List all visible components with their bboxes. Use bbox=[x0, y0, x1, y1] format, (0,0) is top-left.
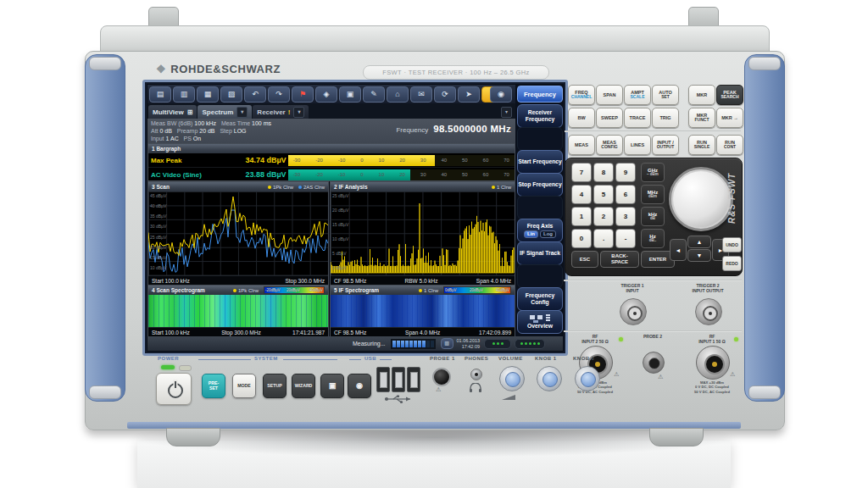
meas-key[interactable]: MEAS bbox=[568, 135, 595, 155]
run-single-key[interactable]: RUNSINGLE bbox=[688, 135, 715, 155]
preset-key[interactable]: PRE-SET bbox=[202, 374, 225, 398]
rf-input1-connector[interactable] bbox=[696, 346, 730, 380]
trig-key[interactable]: TRIG bbox=[652, 108, 679, 128]
trace-key[interactable]: TRACE bbox=[624, 108, 651, 128]
softkey-receiver-frequency[interactable]: Receiver Frequency bbox=[517, 104, 563, 128]
rack-handle-left[interactable] bbox=[85, 54, 125, 402]
mhz-unit-key[interactable]: MHzdBm bbox=[641, 185, 665, 204]
power-button[interactable] bbox=[156, 373, 192, 405]
mkr-to-key[interactable]: MKR → bbox=[716, 108, 743, 128]
status-indicator[interactable] bbox=[484, 339, 511, 349]
undo-key[interactable]: UNDO bbox=[722, 237, 742, 252]
open-icon[interactable]: ▥ bbox=[173, 86, 195, 103]
redo-icon[interactable]: ↷ bbox=[268, 86, 290, 103]
phones-jack[interactable] bbox=[470, 369, 482, 380]
rack-handle-right[interactable] bbox=[744, 54, 785, 402]
pointer-icon[interactable]: ➤ bbox=[458, 86, 480, 103]
hz-unit-key[interactable]: HzdB.. bbox=[641, 229, 665, 248]
backspace-key[interactable]: BACK-SPACE bbox=[600, 251, 639, 268]
marker-icon[interactable]: ⚑ bbox=[292, 86, 314, 103]
setup-key[interactable]: SETUP bbox=[263, 374, 287, 398]
peak-search-key[interactable]: PEAKSEARCH bbox=[716, 85, 743, 105]
chevron-down-icon[interactable]: ▾ bbox=[236, 107, 248, 118]
digit-1-key[interactable]: 1 bbox=[571, 207, 592, 226]
meas-config-key[interactable]: MEASCONFIG bbox=[596, 135, 623, 155]
probe2-connector[interactable] bbox=[643, 352, 665, 374]
digit-2-key[interactable]: 2 bbox=[593, 207, 614, 226]
save-icon[interactable]: ▦ bbox=[197, 86, 219, 103]
digit-3-key[interactable]: 3 bbox=[615, 207, 636, 226]
delta-marker-icon[interactable]: ◈ bbox=[315, 86, 337, 103]
refresh-icon[interactable]: ⟳ bbox=[434, 86, 456, 103]
khz-unit-key[interactable]: kHzdB bbox=[641, 207, 665, 226]
knob1[interactable] bbox=[537, 366, 562, 391]
screenshot-key[interactable]: ◉ bbox=[348, 374, 371, 398]
usb-port[interactable] bbox=[392, 367, 405, 392]
decimal-key[interactable]: . bbox=[593, 229, 614, 248]
input-output-key[interactable]: INPUT /OUTPUT bbox=[652, 135, 679, 155]
softkey-start-frequency[interactable]: Start Frequency bbox=[517, 150, 563, 174]
if-analysis-chart[interactable]: 25 dBµV20 dBµV15 dBµV10 dBµV5 dBµV0 dBµV bbox=[331, 191, 515, 275]
sweep-key[interactable]: SWEEP bbox=[596, 108, 623, 128]
undo-icon[interactable]: ↶ bbox=[244, 86, 266, 103]
tab-overflow-button[interactable]: ▾ bbox=[501, 107, 512, 118]
run-cont-key[interactable]: RUNCONT bbox=[716, 135, 743, 155]
freq-channel-key[interactable]: FREQCHANNEL bbox=[568, 85, 595, 105]
trigger2-connector[interactable] bbox=[695, 298, 722, 325]
tab-receiver[interactable]: Receiver ! ▾ bbox=[253, 105, 309, 119]
rotary-knob[interactable] bbox=[669, 167, 733, 231]
warning-icon: ⚠ bbox=[730, 371, 735, 378]
digit-9-key[interactable]: 9 bbox=[615, 163, 636, 182]
probe1-connector[interactable] bbox=[432, 368, 451, 386]
if-spectrogram[interactable] bbox=[331, 295, 515, 327]
wizard-key[interactable]: WIZARD bbox=[292, 374, 315, 398]
trigger1-connector[interactable] bbox=[620, 298, 647, 325]
knob2[interactable] bbox=[575, 366, 600, 391]
ampt-scale-key[interactable]: AMPTSCALE bbox=[624, 85, 651, 105]
lines-key[interactable]: LINES bbox=[624, 135, 651, 155]
arrow-up-key[interactable]: ▲ bbox=[687, 236, 711, 248]
scan-spectrogram[interactable] bbox=[148, 295, 328, 327]
mail-icon[interactable]: ✉ bbox=[410, 86, 432, 103]
mkr-key[interactable]: MKR bbox=[688, 85, 715, 105]
softkey-stop-frequency[interactable]: Stop Frequency bbox=[517, 173, 563, 197]
tab-spectrum[interactable]: Spectrum ▾ bbox=[198, 105, 252, 119]
usb-port[interactable] bbox=[407, 367, 420, 392]
lin-toggle[interactable]: Lin bbox=[524, 230, 538, 238]
mkr-funct-key[interactable]: MKRFUNCT bbox=[688, 108, 715, 128]
tab-multiview[interactable]: MultiView ⊞ bbox=[148, 105, 197, 119]
status-indicator[interactable] bbox=[515, 339, 545, 349]
span-key[interactable]: SPAN bbox=[596, 85, 623, 105]
folder-icon[interactable]: ▤ bbox=[149, 86, 171, 103]
ghz-unit-key[interactable]: GHz– dBm bbox=[641, 163, 665, 182]
minus-key[interactable]: - bbox=[615, 229, 636, 248]
digit-8-key[interactable]: 8 bbox=[593, 163, 614, 182]
digit-0-key[interactable]: 0 bbox=[571, 229, 592, 248]
arrow-down-key[interactable]: ▼ bbox=[687, 249, 711, 262]
digit-6-key[interactable]: 6 bbox=[615, 185, 636, 204]
redo-key[interactable]: REDO bbox=[722, 256, 742, 271]
esc-key[interactable]: ESC bbox=[571, 251, 598, 268]
auto-set-key[interactable]: AUTOSET bbox=[652, 85, 679, 105]
softkey-frequency-config[interactable]: Frequency Config bbox=[517, 287, 563, 311]
softkey-freq-axis[interactable]: Freq Axis Lin Log bbox=[517, 219, 563, 242]
bw-key[interactable]: BW bbox=[568, 108, 595, 128]
report-icon[interactable]: ▣ bbox=[339, 86, 361, 103]
print-icon[interactable]: ▨ bbox=[220, 86, 242, 103]
softkey-if-signal-track[interactable]: IF Signal Track bbox=[517, 241, 563, 265]
scan-chart[interactable]: 45 dBµV40 dBµV35 dBµV30 dBµV25 dBµV20 dB… bbox=[148, 191, 328, 275]
log-toggle[interactable]: Log bbox=[540, 230, 556, 238]
display-capture-icon[interactable]: ◉ bbox=[490, 86, 512, 103]
digit-4-key[interactable]: 4 bbox=[571, 185, 592, 204]
softkey-overview[interactable]: Overview bbox=[517, 310, 563, 334]
digit-5-key[interactable]: 5 bbox=[593, 185, 614, 204]
mode-key[interactable]: MODE bbox=[232, 374, 256, 398]
usb-port[interactable] bbox=[376, 367, 390, 392]
volume-knob[interactable] bbox=[499, 366, 525, 391]
arrow-left-key[interactable]: ◄ bbox=[670, 239, 687, 261]
digit-7-key[interactable]: 7 bbox=[571, 163, 592, 182]
chevron-down-icon[interactable]: ▾ bbox=[293, 107, 304, 118]
edit-icon[interactable]: ✎ bbox=[363, 86, 385, 103]
home-icon[interactable]: ⌂ bbox=[387, 86, 409, 103]
display-key[interactable]: ▣ bbox=[320, 374, 344, 398]
